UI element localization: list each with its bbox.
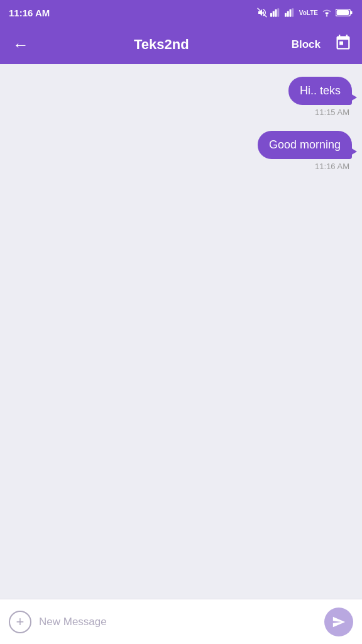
svg-rect-2: [273, 11, 275, 17]
send-button[interactable]: [324, 608, 353, 636]
signal-icon-1: [270, 8, 282, 17]
svg-rect-1: [270, 13, 272, 17]
wifi-icon: [321, 8, 332, 17]
message-time-2: 11:16 AM: [315, 162, 349, 171]
message-bubble-1: Hi.. teks: [288, 77, 352, 105]
signal-icon-2: [285, 8, 296, 17]
lte-label: VoLTE: [299, 9, 318, 16]
svg-rect-7: [289, 9, 291, 17]
status-bar: 11:16 AM VoLTE: [0, 0, 362, 25]
svg-rect-6: [287, 11, 289, 17]
message-group-2: Good morning 11:16 AM: [10, 131, 352, 180]
svg-rect-4: [277, 8, 279, 17]
back-button[interactable]: ←: [10, 34, 31, 55]
message-text-1: Hi.. teks: [300, 84, 341, 97]
header-title: Teks2nd: [39, 36, 284, 53]
calendar-icon[interactable]: [334, 34, 352, 55]
block-button[interactable]: Block: [292, 38, 321, 51]
message-group-1: Hi.. teks 11:15 AM: [10, 77, 352, 126]
add-attachment-button[interactable]: +: [9, 611, 31, 633]
svg-rect-11: [337, 10, 349, 15]
message-bubble-2: Good morning: [258, 131, 352, 159]
send-icon: [332, 615, 346, 629]
mute-icon: [257, 8, 267, 18]
svg-rect-8: [292, 8, 293, 17]
battery-icon: [336, 8, 353, 17]
message-input[interactable]: [39, 616, 317, 628]
svg-rect-5: [285, 13, 287, 17]
header: ← Teks2nd Block: [0, 25, 362, 64]
svg-rect-3: [275, 9, 277, 17]
message-time-1: 11:15 AM: [315, 108, 349, 117]
status-time: 11:16 AM: [9, 8, 50, 18]
status-icons: VoLTE: [257, 8, 353, 18]
message-text-2: Good morning: [269, 138, 341, 151]
chat-area: Hi.. teks 11:15 AM Good morning 11:16 AM: [0, 64, 362, 599]
svg-rect-10: [350, 11, 352, 14]
input-bar: +: [0, 599, 362, 644]
